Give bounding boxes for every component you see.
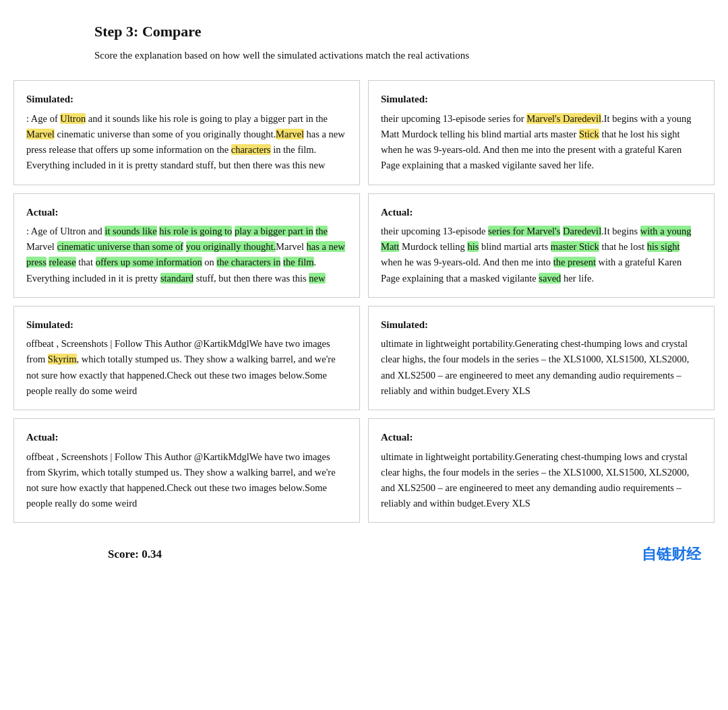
page-wrapper: Step 3: Compare Score the explanation ba…	[0, 0, 728, 584]
hl-cinematic: cinematic universe than some of	[57, 241, 184, 252]
hl-it-sounds-like: it sounds like	[104, 226, 156, 236]
pair3-simulated-text: offbeat , Screenshots | Follow This Auth…	[26, 336, 347, 399]
pair1-simulated-text: : Age of Ultron and it sounds like his r…	[26, 111, 347, 174]
hl-series-for-marvel: series for Marvel's	[488, 226, 560, 236]
score-label: Score:	[108, 548, 142, 560]
hl-saved: saved	[539, 273, 561, 284]
top-actuals-grid: Actual: : Age of Ultron and it sounds li…	[13, 193, 715, 298]
hl-the-film: the film	[283, 257, 314, 267]
pair2-simulated-label: Simulated:	[381, 92, 702, 107]
hl-marvel2: Marvel	[276, 129, 304, 139]
score-bar: Score: 0.34 自链财经	[13, 531, 715, 571]
hl-offers-up: offers up some information	[96, 257, 202, 267]
step-title: Step 3: Compare	[94, 20, 715, 42]
pair2-actual-card: Actual: their upcoming 13-episode series…	[368, 193, 715, 298]
top-pairs-grid: Simulated: : Age of Ultron and it sounds…	[13, 80, 715, 185]
hl-you-originally: you originally thought.	[186, 241, 276, 252]
hl-stick: Stick	[579, 129, 599, 139]
score-display: Score: 0.34	[108, 546, 162, 563]
step-subtitle: Score the explanation based on how well …	[94, 48, 566, 63]
pair2-simulated-card: Simulated: their upcoming 13-episode ser…	[368, 80, 715, 185]
hl-master-stick: master Stick	[551, 241, 599, 252]
pair2-simulated-text: their upcoming 13-episode series for Mar…	[381, 111, 702, 174]
hl-his-role: his role is going to	[159, 226, 232, 236]
hl-characters: characters	[231, 144, 271, 155]
bottom-actual-grid: Actual: offbeat , Screenshots | Follow T…	[13, 418, 715, 523]
hl-his: his	[467, 241, 479, 252]
pair3-simulated-label: Simulated:	[26, 317, 347, 333]
score-value: 0.34	[142, 548, 162, 560]
pair1-actual-label: Actual:	[26, 205, 347, 220]
pair2-actual-label: Actual:	[381, 205, 702, 220]
hl-play-a-bigger: play a bigger part in	[235, 226, 313, 236]
pair3-actual-label: Actual:	[26, 430, 347, 445]
pair2-actual-text: their upcoming 13-episode series for Mar…	[381, 224, 702, 286]
hl-the-characters: the characters in	[216, 257, 280, 267]
hl-the1: the	[315, 226, 328, 236]
pair1-actual-text: : Age of Ultron and it sounds like his r…	[26, 224, 347, 286]
pair4-simulated-label: Simulated:	[381, 317, 702, 333]
hl-marvel-daredevil: Marvel's Daredevil	[526, 113, 601, 124]
hl-daredevil-actual: Daredevil	[563, 226, 601, 236]
hl-his-sight: his sight	[647, 241, 680, 252]
brand-logo: 自链财经	[642, 543, 701, 565]
pair4-simulated-text: ultimate in lightweight portability.Gene…	[381, 336, 702, 399]
pair3-simulated-card: Simulated: offbeat , Screenshots | Follo…	[13, 306, 360, 410]
pair1-simulated-label: Simulated:	[26, 92, 347, 107]
hl-the-present: the present	[553, 257, 596, 267]
bottom-simulated-grid: Simulated: offbeat , Screenshots | Follo…	[13, 306, 715, 410]
pair1-simulated-card: Simulated: : Age of Ultron and it sounds…	[13, 80, 360, 185]
pair3-actual-text: offbeat , Screenshots | Follow This Auth…	[26, 449, 347, 512]
hl-skyrim: Skyrim	[48, 354, 77, 364]
hl-marvel1: Marvel	[26, 129, 55, 139]
hl-standard: standard	[160, 273, 193, 284]
hl-release: release	[49, 257, 75, 267]
pair1-actual-card: Actual: : Age of Ultron and it sounds li…	[13, 193, 360, 298]
pair4-simulated-card: Simulated: ultimate in lightweight porta…	[368, 306, 715, 410]
hl-ultron: Ultron	[60, 113, 86, 124]
pair4-actual-label: Actual:	[381, 430, 702, 445]
pair3-actual-card: Actual: offbeat , Screenshots | Follow T…	[13, 418, 360, 523]
pair4-actual-text: ultimate in lightweight portability.Gene…	[381, 449, 702, 512]
hl-new: new	[309, 273, 325, 284]
pair4-actual-card: Actual: ultimate in lightweight portabil…	[368, 418, 715, 523]
